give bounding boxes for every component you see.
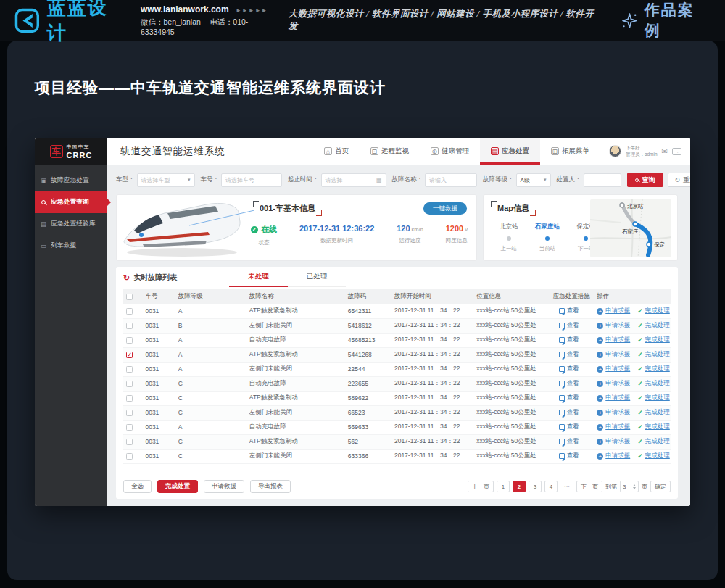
nav-item-home[interactable]: ⌂ 首页 — [313, 138, 360, 165]
goto-page-input[interactable]: 3 — [620, 481, 639, 492]
view-link[interactable]: 查看 — [559, 394, 579, 402]
complete-link[interactable]: ✓完成处理 — [637, 336, 670, 344]
check-icon: ✓ — [637, 365, 643, 373]
row-checkbox[interactable] — [126, 395, 133, 402]
sidebar-item-fault-emergency[interactable]: ▣ 故障应急处置 — [35, 170, 107, 191]
cases-label: 作品案例 — [645, 0, 710, 41]
complete-handle-button[interactable]: 完成处置 — [157, 480, 198, 493]
row-checkbox[interactable] — [126, 381, 133, 387]
request-rescue-link[interactable]: +申请求援 — [597, 336, 630, 344]
map-info-card: Map信息 北京站 石家庄站 保定站 上一站 当前站 — [483, 194, 678, 261]
column-header: 故障码 — [345, 289, 392, 304]
confirm-page-button[interactable]: 确定 — [650, 481, 671, 492]
complete-link[interactable]: ✓完成处理 — [637, 452, 670, 460]
request-rescue-link[interactable]: +申请求援 — [597, 394, 630, 402]
nav-item-emergency[interactable]: ▤ 应急处置 — [480, 138, 540, 165]
next-page-button[interactable]: 下一页 — [576, 481, 602, 492]
plus-circle-icon: + — [597, 323, 603, 329]
time-range-input[interactable]: 请选择 ▦ — [321, 173, 386, 187]
row-checkbox[interactable] — [126, 366, 133, 373]
tab-processed[interactable]: 已处理 — [288, 272, 347, 287]
nav-item-remote-monitor[interactable]: ⊡ 远程监视 — [360, 138, 420, 165]
request-rescue-link[interactable]: +申请求援 — [597, 408, 630, 417]
tab-unprocessed[interactable]: 未处理 — [229, 272, 288, 287]
sidebar-item-train-rescue[interactable]: ▭ 列车救援 — [35, 235, 107, 257]
row-checkbox[interactable] — [126, 410, 133, 416]
request-rescue-link[interactable]: +申请求援 — [597, 307, 630, 315]
page-button[interactable]: 1 — [497, 481, 510, 492]
page-button[interactable]: 4 — [544, 481, 558, 492]
request-rescue-link[interactable]: +申请求援 — [597, 365, 630, 373]
request-rescue-link[interactable]: +申请求援 — [597, 321, 630, 330]
request-rescue-link[interactable]: +申请求援 — [597, 423, 630, 431]
library-icon: ▤ — [40, 220, 47, 228]
row-checkbox[interactable] — [126, 424, 133, 431]
complete-link[interactable]: ✓完成处理 — [637, 408, 670, 417]
prev-page-button[interactable]: 上一页 — [468, 481, 494, 492]
view-link[interactable]: 查看 — [559, 452, 579, 460]
plus-circle-icon: + — [597, 424, 603, 431]
row-checkbox[interactable] — [126, 308, 133, 315]
view-link[interactable]: 查看 — [559, 379, 579, 388]
view-link[interactable]: 查看 — [559, 423, 579, 431]
request-rescue-button[interactable]: 申请救援 — [204, 480, 244, 493]
page-button[interactable]: 3 — [529, 481, 542, 492]
website-url[interactable]: www.lanlanwork.com — [141, 4, 229, 15]
request-rescue-link[interactable]: +申请求援 — [597, 437, 630, 446]
view-link[interactable]: 查看 — [559, 307, 579, 315]
view-link[interactable]: 查看 — [559, 321, 579, 330]
sidebar-item-experience-library[interactable]: ▤ 应急处置经验库 — [35, 213, 107, 235]
avatar[interactable] — [609, 145, 621, 157]
row-checkbox[interactable] — [126, 337, 133, 344]
page-button[interactable]: ··· — [560, 481, 573, 492]
request-rescue-link[interactable]: +申请求援 — [597, 452, 630, 460]
one-key-rescue-button[interactable]: 一键救援 — [423, 202, 467, 215]
complete-link[interactable]: ✓完成处理 — [637, 423, 670, 431]
handler-label: 处置人： — [557, 175, 581, 184]
logout-icon[interactable]: → — [672, 148, 682, 155]
view-link[interactable]: 查看 — [559, 350, 579, 359]
row-checkbox[interactable] — [126, 323, 133, 329]
mail-icon[interactable]: ✉ — [662, 147, 668, 155]
request-rescue-link[interactable]: +申请求援 — [597, 379, 630, 388]
fault-table: 车号故障等级故障名称故障码故障开始时间位置信息应急处置措施操作 0031 A A… — [123, 289, 671, 464]
site-logo[interactable]: 蓝蓝设计 — [14, 0, 128, 46]
select-all-checkbox[interactable] — [126, 294, 133, 300]
reset-button[interactable]: ↻ 重置 — [668, 173, 691, 187]
request-rescue-link[interactable]: +申请求援 — [597, 350, 630, 359]
nav-item-extend-menu[interactable]: ⊞ 拓展菜单 — [540, 138, 600, 165]
document-icon — [559, 323, 565, 328]
complete-link[interactable]: ✓完成处理 — [637, 437, 670, 446]
complete-link[interactable]: ✓完成处理 — [637, 365, 670, 373]
nav-item-health[interactable]: ⊕ 健康管理 — [420, 138, 480, 165]
fault-table-panel: ↻ 实时故障列表 未处理 已处理 车号故障等级故障名称故障码故障开始时间位置信息… — [116, 267, 678, 499]
portfolio-cases-link[interactable]: 作品案例 — [621, 0, 710, 41]
export-report-button[interactable]: 导出报表 — [250, 480, 291, 493]
complete-link[interactable]: ✓完成处理 — [637, 350, 670, 359]
stepper-icon[interactable] — [633, 484, 636, 489]
fault-name-input[interactable]: 请输入 — [425, 173, 477, 187]
view-link[interactable]: 查看 — [559, 408, 579, 417]
row-checkbox[interactable]: ✓ — [126, 352, 133, 358]
route-map-image[interactable]: 北京站 石家庄 保定 — [590, 199, 671, 257]
contact-block: www.lanlanwork.com ►►►►► 微信：ben_lanlan 电… — [141, 4, 289, 36]
complete-link[interactable]: ✓完成处理 — [637, 307, 670, 315]
row-checkbox[interactable] — [126, 439, 133, 445]
search-button[interactable]: 查询 — [627, 173, 663, 187]
fault-level-select[interactable]: A级 ▾ — [516, 173, 551, 187]
handler-input[interactable] — [584, 173, 621, 187]
complete-link[interactable]: ✓完成处理 — [637, 379, 670, 388]
sidebar-item-emergency-query[interactable]: 应急处置查询 — [35, 191, 107, 213]
complete-link[interactable]: ✓完成处理 — [637, 394, 670, 402]
vehicle-type-select[interactable]: 请选择车型 ▾ — [137, 173, 195, 187]
row-checkbox[interactable] — [126, 453, 133, 460]
refresh-icon[interactable]: ↻ — [123, 273, 130, 283]
view-link[interactable]: 查看 — [559, 336, 579, 344]
view-link[interactable]: 查看 — [559, 437, 579, 446]
station-progress: 北京站 石家庄站 保定站 上一站 当前站 下一站 — [489, 223, 605, 252]
complete-link[interactable]: ✓完成处理 — [637, 321, 670, 330]
vehicle-no-input[interactable]: 请选择车号 — [221, 173, 282, 187]
page-button[interactable]: 2 — [513, 481, 526, 492]
select-all-button[interactable]: 全选 — [123, 480, 152, 493]
view-link[interactable]: 查看 — [559, 365, 579, 373]
